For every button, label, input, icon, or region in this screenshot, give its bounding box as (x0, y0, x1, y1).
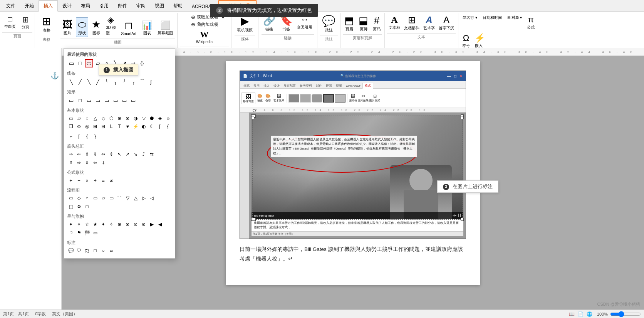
callout-6[interactable]: ▱ (107, 247, 115, 254)
btn-header[interactable]: ⬒ 页眉 (343, 14, 356, 33)
basic-22[interactable]: ⚡ (132, 123, 139, 130)
line-10[interactable]: ∫ (147, 77, 155, 86)
basic-7[interactable]: ⊕ (116, 114, 123, 122)
flow-8[interactable]: ▽ (124, 194, 131, 202)
tab-item-design[interactable]: 设计 (58, 1, 76, 11)
flow-7[interactable]: ⌒ (116, 194, 123, 202)
basic-32[interactable]: [ (75, 133, 83, 140)
arrow-6[interactable]: ⇕ (107, 150, 115, 158)
arrow-10[interactable]: ⤴ (140, 150, 148, 158)
line-6[interactable]: ╮ (111, 77, 120, 86)
shape-rect2[interactable]: □ (76, 59, 84, 67)
btn-table[interactable]: ⊞ 表格 (39, 14, 54, 34)
star-13[interactable]: ⚐ (67, 229, 75, 237)
line-9[interactable]: ⌒ (138, 77, 146, 86)
flow-5[interactable]: ▱ (99, 194, 107, 202)
btn-datetime[interactable]: 日期和时间 (481, 14, 504, 22)
arrow-5[interactable]: ⇔ (99, 150, 107, 158)
basic-24[interactable]: ☾ (148, 123, 156, 130)
flow-10[interactable]: ▷ (140, 194, 148, 202)
btn-symbol[interactable]: Ω 符号 (461, 32, 471, 49)
zoom-slider[interactable] (610, 311, 641, 317)
btn-signature[interactable]: 签名行 ▾ (461, 14, 479, 22)
tab-item-review[interactable]: 审阅 (132, 1, 150, 11)
shape-brace[interactable]: {} (138, 59, 146, 67)
btn-wordart[interactable]: A 艺术字 (422, 14, 436, 32)
rect-5[interactable]: ▭ (102, 96, 111, 104)
btn-smartart[interactable]: ❐ SmartArt (119, 20, 138, 37)
basic-3[interactable]: ○ (83, 114, 91, 122)
basic-11[interactable]: ⬟ (148, 114, 156, 122)
star-3[interactable]: ☆ (83, 220, 91, 228)
rect-7[interactable]: ▭ (120, 96, 129, 104)
basic-25[interactable]: [ (156, 123, 164, 130)
btn-my-addins[interactable]: ⊕ 我的加载项 (190, 21, 220, 28)
tab-item-layout[interactable]: 布局 (76, 1, 95, 11)
line-1[interactable]: ╲ (67, 77, 75, 86)
arrow-1[interactable]: ⇒ (67, 150, 75, 158)
callout-2[interactable]: 🗨 (75, 247, 83, 254)
callout-4[interactable]: □ (91, 247, 99, 254)
basic-17[interactable]: ⊞ (91, 123, 99, 130)
formula-2[interactable]: − (75, 177, 83, 184)
line-8[interactable]: ╭ (129, 77, 138, 86)
rect-4[interactable]: ▭ (94, 96, 102, 104)
btn-page-break[interactable]: ⊞ 分页 (18, 14, 32, 31)
flow-13[interactable]: ⚙ (75, 203, 83, 210)
star-12[interactable]: ◀ (156, 220, 164, 228)
btn-view-read[interactable]: 📖 (567, 311, 576, 317)
btn-chart[interactable]: 📊 图表 (140, 19, 154, 37)
shape-ellipse[interactable]: ⬭ (85, 59, 93, 67)
btn-doc-parts[interactable]: ⊞ 文档部件 (402, 14, 421, 32)
star-7[interactable]: ⊕ (116, 220, 123, 228)
star-9[interactable]: ⊙ (132, 220, 139, 228)
star-4[interactable]: ★ (91, 220, 99, 228)
star-14[interactable]: ⚑ (75, 229, 83, 237)
formula-6[interactable]: ≠ (107, 177, 115, 184)
basic-14[interactable]: ❐ (67, 123, 75, 130)
btn-comment[interactable]: 💬 批注 (320, 14, 337, 34)
star-6[interactable]: ✧ (107, 220, 115, 228)
tab-item-reference[interactable]: 引用 (95, 1, 113, 11)
star-8[interactable]: ⊗ (124, 220, 131, 228)
flow-6[interactable]: ▭ (107, 194, 115, 202)
basic-23[interactable]: ◐ (140, 123, 148, 130)
basic-12[interactable]: ◈ (156, 114, 164, 122)
star-1[interactable]: ✦ (67, 220, 75, 228)
flow-12[interactable]: ⬚ (67, 203, 75, 210)
arrow-12[interactable]: ⇧ (67, 159, 75, 167)
line-3[interactable]: ╲ (85, 77, 93, 86)
flow-9[interactable]: △ (132, 194, 139, 202)
btn-view-web[interactable]: 🌐 (585, 311, 594, 317)
tab-item-home[interactable]: 开始 (20, 1, 39, 11)
tab-item-view[interactable]: 视图 (150, 1, 169, 11)
formula-4[interactable]: ÷ (91, 177, 99, 184)
line-4[interactable]: ╱ (94, 77, 102, 86)
callout-1[interactable]: 💬 (67, 247, 75, 254)
formula-3[interactable]: × (83, 177, 91, 184)
flow-4[interactable]: ▭ (91, 194, 99, 202)
btn-object[interactable]: ⊞ 对象 ▾ (505, 14, 524, 22)
basic-8[interactable]: ⊗ (124, 114, 131, 122)
flow-3[interactable]: ○ (83, 194, 91, 202)
star-11[interactable]: ▶ (148, 220, 156, 228)
shape-rect[interactable]: ▭ (67, 59, 75, 67)
star-2[interactable]: ✧ (75, 220, 83, 228)
arrow-2[interactable]: ⇐ (75, 150, 83, 158)
arrow-9[interactable]: ↘ (132, 150, 139, 158)
callout-5[interactable]: ○ (99, 247, 107, 254)
arrow-3[interactable]: ⇑ (83, 150, 91, 158)
btn-blank-page[interactable]: □ 空白页 (2, 14, 18, 31)
star-5[interactable]: ✦ (99, 220, 107, 228)
basic-33[interactable]: { (83, 133, 91, 140)
callout-3[interactable]: 🗯 (83, 247, 91, 254)
btn-shape[interactable]: ⬭ 形状 (76, 17, 88, 37)
btn-wikipedia[interactable]: W Wikipedia (194, 29, 215, 45)
line-7[interactable]: ╯ (120, 77, 129, 86)
line-2[interactable]: ╱ (76, 77, 84, 86)
formula-1[interactable]: + (67, 177, 75, 184)
btn-picture[interactable]: 🖼 图片 (60, 17, 74, 37)
basic-31[interactable]: ⌐ (67, 133, 75, 140)
btn-footer[interactable]: ⬓ 页脚 (357, 14, 370, 33)
rect-2[interactable]: □ (76, 96, 84, 104)
